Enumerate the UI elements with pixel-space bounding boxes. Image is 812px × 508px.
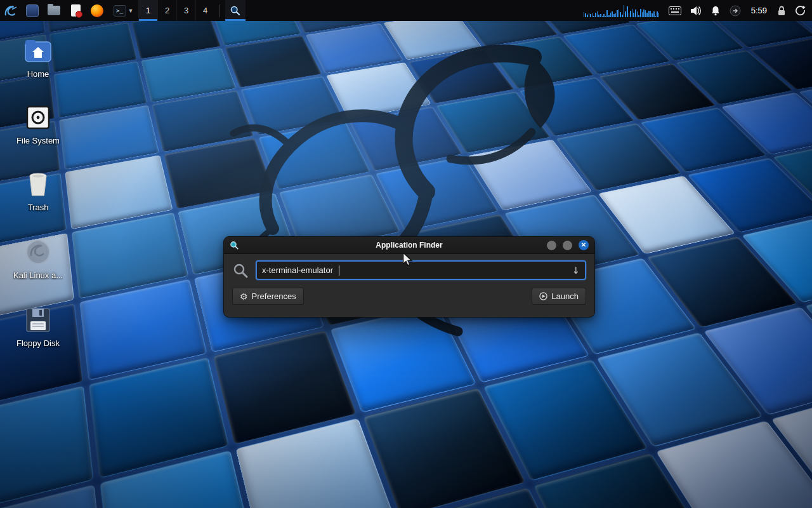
- maximize-button[interactable]: [563, 241, 572, 250]
- gear-icon: ⚙: [240, 292, 248, 301]
- launch-button-label: Launch: [551, 291, 579, 301]
- visualizer-bar: [637, 11, 638, 17]
- notifications-bell-icon[interactable]: [710, 6, 721, 16]
- logout-icon[interactable]: [795, 5, 806, 16]
- visualizer-bar: [624, 5, 625, 17]
- visualizer-bar: [605, 16, 606, 17]
- dropdown-arrow-icon[interactable]: ↓: [572, 265, 580, 276]
- visualizer-bar: [646, 13, 648, 17]
- visualizer-bar: [657, 11, 658, 17]
- workspace-2[interactable]: 2: [157, 0, 176, 21]
- visualizer-bar: [653, 11, 655, 17]
- visualizer-bar: [643, 10, 645, 17]
- chevron-down-icon[interactable]: ▼: [128, 8, 134, 14]
- desktop-icon-label: Home: [27, 69, 49, 79]
- app-finder-taskbar-button[interactable]: [225, 0, 246, 21]
- visualizer-bar: [625, 11, 626, 17]
- search-input[interactable]: x-terminal-emulator ↓: [256, 260, 586, 280]
- titlebar[interactable]: Application Finder ✕: [224, 237, 594, 254]
- visualizer-bar: [590, 14, 591, 17]
- files-launcher[interactable]: [22, 0, 43, 21]
- visualizer-bar: [658, 13, 660, 17]
- visualizer-bar: [629, 13, 630, 17]
- terminal-launcher[interactable]: >_ ▼: [108, 0, 138, 21]
- visualizer-bar: [584, 12, 585, 17]
- desktop-icon-floppy[interactable]: Floppy Disk: [8, 306, 69, 348]
- visualizer-bar: [597, 11, 598, 17]
- top-panel: >_ ▼ 1 2 3 4: [0, 0, 812, 21]
- folder-icon: [47, 4, 61, 18]
- visualizer-bar: [648, 11, 650, 17]
- text-cursor: [339, 265, 339, 276]
- visualizer-bar: [585, 13, 586, 17]
- visualizer-bar: [645, 10, 646, 17]
- visualizer-bar: [632, 9, 633, 17]
- visualizer-bar: [652, 13, 653, 17]
- visualizer-bar: [622, 15, 623, 17]
- application-finder-window: Application Finder ✕ x-terminal-emulator…: [223, 236, 595, 318]
- visualizer-bar: [633, 13, 634, 17]
- desktop-icon-label: File System: [16, 136, 60, 145]
- workspace-1[interactable]: 1: [138, 0, 157, 21]
- close-button[interactable]: ✕: [579, 240, 589, 250]
- search-input-value: x-terminal-emulator: [262, 265, 333, 275]
- workspace-4[interactable]: 4: [195, 0, 214, 21]
- desktop-icon-file-system[interactable]: File System: [8, 104, 69, 145]
- visualizer-bar: [635, 10, 636, 17]
- visualizer-bar: [642, 12, 643, 17]
- text-editor-launcher[interactable]: [65, 0, 86, 21]
- visualizer-bar: [640, 9, 641, 17]
- visualizer-bar: [589, 13, 590, 17]
- visualizer-bar: [600, 14, 601, 17]
- visualizer-bar: [602, 16, 603, 17]
- trash-icon: [24, 170, 52, 198]
- visualizer-bar: [587, 15, 588, 17]
- visualizer-bar: [617, 10, 618, 17]
- audio-visualizer: [584, 4, 660, 17]
- kali-installer-icon: [24, 238, 52, 266]
- panel-separator: [219, 4, 220, 17]
- firefox-icon: [90, 4, 104, 18]
- visualizer-bar: [613, 14, 615, 17]
- visualizer-bar: [592, 13, 593, 17]
- preferences-button[interactable]: ⚙ Preferences: [232, 288, 304, 305]
- desktop-icon-home[interactable]: Home: [8, 37, 69, 79]
- visualizer-bar: [650, 11, 652, 17]
- preferences-button-label: Preferences: [252, 291, 296, 301]
- search-icon: [230, 5, 241, 17]
- window-app-icon: [230, 241, 239, 250]
- visualizer-bar: [638, 15, 639, 17]
- clock[interactable]: 5:59: [750, 6, 768, 15]
- desktop-icon-trash[interactable]: Trash: [8, 170, 69, 212]
- floppy-disk-icon: [24, 306, 52, 334]
- visualizer-bar: [615, 13, 617, 17]
- file-manager-launcher[interactable]: [43, 0, 65, 21]
- visualizer-bar: [655, 16, 657, 17]
- desktop-icon-kali-installer[interactable]: Kali Linux a...: [8, 238, 69, 280]
- minimize-button[interactable]: [547, 241, 556, 250]
- document-icon: [69, 4, 82, 18]
- desktop-icon-label: Trash: [28, 203, 49, 212]
- status-circle-icon[interactable]: [730, 5, 741, 17]
- desktop-icon-label: Kali Linux a...: [13, 271, 63, 280]
- launch-button[interactable]: Launch: [532, 288, 586, 305]
- visualizer-bar: [603, 14, 605, 17]
- home-folder-icon: [24, 37, 52, 65]
- terminal-icon: >_: [113, 4, 127, 18]
- visualizer-bar: [608, 15, 610, 17]
- kali-menu-button[interactable]: [0, 0, 22, 21]
- visualizer-bar: [612, 11, 613, 17]
- visualizer-bar: [593, 16, 594, 17]
- kali-logo-icon: [4, 4, 18, 18]
- workspace-3[interactable]: 3: [176, 0, 195, 21]
- visualizer-bar: [619, 10, 620, 17]
- keyboard-icon[interactable]: [669, 6, 681, 15]
- visualizer-bar: [630, 11, 631, 17]
- visualizer-bar: [598, 15, 599, 17]
- file-system-drive-icon: [24, 104, 52, 131]
- volume-icon[interactable]: [690, 6, 702, 16]
- lock-icon[interactable]: [777, 6, 786, 16]
- visualizer-bar: [610, 13, 612, 17]
- firefox-launcher[interactable]: [86, 0, 108, 21]
- visualizer-bar: [627, 6, 628, 17]
